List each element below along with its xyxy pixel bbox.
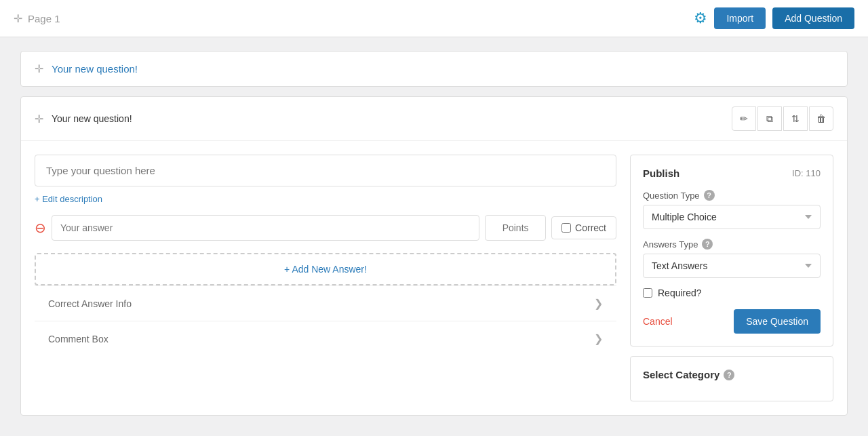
duplicate-button[interactable]: ⧉ <box>757 106 782 131</box>
required-label: Required? <box>658 288 702 298</box>
question-body: + Edit description ⊖ Correct + Add New A… <box>21 141 847 415</box>
q2-header-left: ✛ Your new question! <box>35 113 132 125</box>
correct-answer-info-section[interactable]: Correct Answer Info ❯ <box>35 285 616 321</box>
correct-answer-info-label: Correct Answer Info <box>48 298 132 309</box>
question-type-group: Question Type ? Multiple Choice True / F… <box>643 190 821 229</box>
question-right: Publish ID: 110 Question Type ? Multiple… <box>630 155 833 401</box>
comment-box-section[interactable]: Comment Box ❯ <box>35 321 616 356</box>
question-id-label: ID: 110 <box>792 168 821 178</box>
comment-box-chevron-icon: ❯ <box>594 332 603 345</box>
add-answer-button[interactable]: + Add New Answer! <box>35 253 616 285</box>
import-button[interactable]: Import <box>714 7 766 29</box>
question-card-1-header: ✛ Your new question! <box>21 52 847 86</box>
question-card-2: ✛ Your new question! ✏ ⧉ ⇅ 🗑 + Edit desc… <box>20 96 848 416</box>
correct-text: Correct <box>575 222 606 233</box>
q1-title: Your new question! <box>52 63 138 75</box>
publish-header: Publish ID: 110 <box>643 167 821 179</box>
question-type-help-icon[interactable]: ? <box>704 190 715 201</box>
answers-type-group: Answers Type ? Text Answers Image Answer… <box>643 239 821 278</box>
q2-move-icon: ✛ <box>35 113 43 125</box>
question-type-label: Question Type ? <box>643 190 821 201</box>
question-text-input[interactable] <box>35 155 616 186</box>
cancel-button[interactable]: Cancel <box>643 316 673 327</box>
answers-type-label: Answers Type ? <box>643 239 821 250</box>
settings-icon[interactable]: ⚙ <box>694 9 707 27</box>
question-card-1: ✛ Your new question! <box>20 51 848 87</box>
top-bar-left: ✛ Page 1 <box>14 12 60 25</box>
correct-answer-chevron-icon: ❯ <box>594 297 603 310</box>
question-left: + Edit description ⊖ Correct + Add New A… <box>35 155 616 401</box>
top-bar-right: ⚙ Import Add Question <box>694 7 854 29</box>
required-checkbox[interactable] <box>643 288 652 298</box>
delete-button[interactable]: 🗑 <box>809 106 833 131</box>
q1-move-icon: ✛ <box>35 62 43 75</box>
answers-type-select[interactable]: Text Answers Image Answers <box>643 254 821 278</box>
required-row: Required? <box>643 288 821 298</box>
publish-panel: Publish ID: 110 Question Type ? Multiple… <box>630 155 833 346</box>
correct-label[interactable]: Correct <box>551 216 616 239</box>
select-category-title: Select Category <box>643 369 719 380</box>
points-input[interactable] <box>485 215 546 241</box>
answer-row-1: ⊖ Correct <box>35 215 616 241</box>
remove-answer-button[interactable]: ⊖ <box>35 221 46 235</box>
edit-button[interactable]: ✏ <box>732 106 756 131</box>
comment-box-label: Comment Box <box>48 334 108 344</box>
question-type-select[interactable]: Multiple Choice True / False Fill in the… <box>643 205 821 229</box>
move-button[interactable]: ⇅ <box>783 106 808 131</box>
main-content: ✛ Your new question! ✛ Your new question… <box>0 37 868 436</box>
select-category-help-icon[interactable]: ? <box>724 370 734 380</box>
select-category-panel: Select Category ? <box>630 356 833 401</box>
question-card-2-header: ✛ Your new question! ✏ ⧉ ⇅ 🗑 <box>21 97 847 141</box>
top-bar: ✛ Page 1 ⚙ Import Add Question <box>0 0 868 37</box>
page-title: Page 1 <box>28 13 60 24</box>
answer-input[interactable] <box>52 215 479 241</box>
q2-title: Your new question! <box>52 113 132 124</box>
page-move-icon: ✛ <box>14 12 22 25</box>
question-actions: ✏ ⧉ ⇅ 🗑 <box>732 106 833 131</box>
answers-type-help-icon[interactable]: ? <box>702 239 713 250</box>
add-question-button[interactable]: Add Question <box>772 7 854 29</box>
edit-description-link[interactable]: + Edit description <box>35 194 102 204</box>
save-question-button[interactable]: Save Question <box>734 309 821 334</box>
publish-title: Publish <box>643 167 679 179</box>
publish-action-row: Cancel Save Question <box>643 309 821 334</box>
select-category-header: Select Category ? <box>643 369 821 380</box>
correct-checkbox[interactable] <box>561 223 571 233</box>
